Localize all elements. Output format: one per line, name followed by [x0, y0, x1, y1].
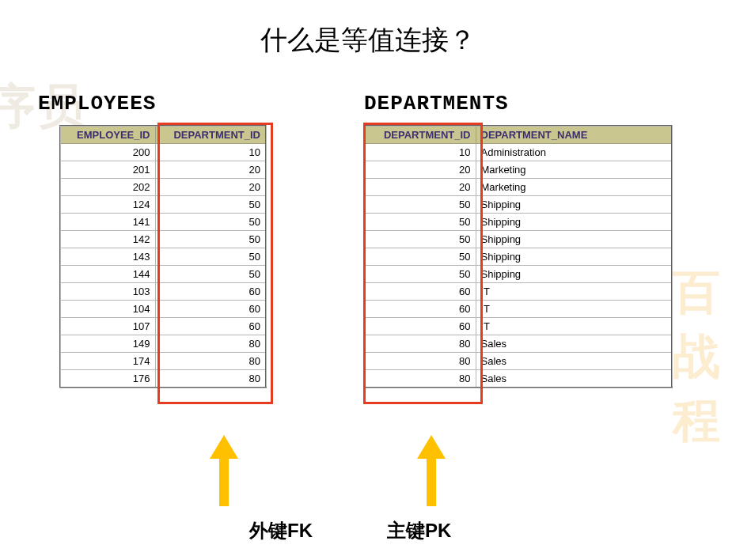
table-row: 20120: [60, 161, 266, 179]
table-row: 20010: [60, 144, 266, 161]
employees-table: EMPLOYEE_ID DEPARTMENT_ID 20010201202022…: [59, 125, 267, 388]
table-row: 14450: [60, 266, 266, 283]
emp-cell-id: 141: [60, 214, 155, 231]
emp-cell-id: 143: [60, 248, 155, 266]
dep-cell-id: 20: [365, 161, 476, 179]
table-row: 50Shipping: [365, 248, 672, 266]
table-row: 14150: [60, 214, 266, 231]
departments-table: DEPARTMENT_ID DEPARTMENT_NAME 10Administ…: [364, 125, 673, 388]
dep-cell-id: 60: [365, 283, 476, 301]
dep-cell-id: 50: [365, 214, 476, 231]
emp-cell-id: 142: [60, 231, 155, 248]
arrow-up-icon-pk: [417, 435, 446, 509]
dep-cell-id: 80: [365, 335, 476, 353]
dep-cell-id: 20: [365, 179, 476, 196]
emp-cell-deptid: 50: [155, 196, 266, 214]
dep-cell-name: Shipping: [476, 214, 672, 231]
dep-cell-id: 50: [365, 266, 476, 283]
dep-cell-name: Shipping: [476, 266, 672, 283]
emp-cell-id: 149: [60, 335, 155, 353]
dep-cell-id: 50: [365, 231, 476, 248]
emp-cell-deptid: 60: [155, 283, 266, 301]
emp-cell-deptid: 20: [155, 179, 266, 196]
table-row: 10760: [60, 318, 266, 335]
emp-cell-deptid: 80: [155, 335, 266, 353]
emp-cell-deptid: 60: [155, 318, 266, 335]
emp-header-id: EMPLOYEE_ID: [60, 126, 155, 144]
dep-cell-name: Shipping: [476, 196, 672, 214]
page-title: 什么是等值连接？: [0, 22, 736, 59]
table-row: 20Marketing: [365, 161, 672, 179]
dep-header-name: DEPARTMENT_NAME: [476, 126, 672, 144]
dep-cell-name: Sales: [476, 353, 672, 370]
primary-key-label: 主键PK: [387, 518, 451, 543]
emp-header-dept: DEPARTMENT_ID: [155, 126, 266, 144]
table-row: 14350: [60, 248, 266, 266]
emp-cell-deptid: 80: [155, 353, 266, 370]
dep-cell-name: Marketing: [476, 161, 672, 179]
svg-marker-0: [210, 435, 238, 506]
emp-cell-id: 103: [60, 283, 155, 301]
table-row: 12450: [60, 196, 266, 214]
emp-cell-deptid: 50: [155, 231, 266, 248]
emp-cell-id: 124: [60, 196, 155, 214]
table-row: 20Marketing: [365, 179, 672, 196]
foreign-key-label: 外键FK: [249, 518, 313, 543]
table-row: 14980: [60, 335, 266, 353]
dep-cell-name: IT: [476, 301, 672, 318]
emp-cell-deptid: 80: [155, 370, 266, 388]
table-row: 17480: [60, 353, 266, 370]
dep-cell-id: 60: [365, 301, 476, 318]
svg-marker-1: [417, 435, 446, 506]
dep-cell-name: Sales: [476, 370, 672, 388]
dep-cell-id: 60: [365, 318, 476, 335]
table-row: 10360: [60, 283, 266, 301]
departments-title: DEPARTMENTS: [364, 92, 509, 115]
dep-cell-id: 50: [365, 248, 476, 266]
emp-cell-deptid: 50: [155, 214, 266, 231]
dep-cell-name: Marketing: [476, 179, 672, 196]
employees-title: EMPLOYEES: [38, 92, 156, 115]
dep-cell-name: Administration: [476, 144, 672, 161]
emp-cell-id: 202: [60, 179, 155, 196]
emp-cell-id: 107: [60, 318, 155, 335]
emp-cell-deptid: 50: [155, 248, 266, 266]
emp-cell-id: 200: [60, 144, 155, 161]
emp-cell-id: 144: [60, 266, 155, 283]
table-row: 50Shipping: [365, 214, 672, 231]
table-row: 60IT: [365, 301, 672, 318]
table-row: 60IT: [365, 318, 672, 335]
dep-cell-id: 50: [365, 196, 476, 214]
dep-header-id: DEPARTMENT_ID: [365, 126, 476, 144]
emp-cell-id: 174: [60, 353, 155, 370]
emp-cell-deptid: 60: [155, 301, 266, 318]
emp-cell-deptid: 50: [155, 266, 266, 283]
table-row: 80Sales: [365, 370, 672, 388]
dep-cell-name: IT: [476, 318, 672, 335]
table-row: 20220: [60, 179, 266, 196]
table-row: 50Shipping: [365, 196, 672, 214]
table-row: 17680: [60, 370, 266, 388]
emp-cell-id: 104: [60, 301, 155, 318]
table-row: 10460: [60, 301, 266, 318]
table-row: 60IT: [365, 283, 672, 301]
dep-cell-id: 80: [365, 353, 476, 370]
table-row: 50Shipping: [365, 231, 672, 248]
dep-cell-name: Shipping: [476, 231, 672, 248]
dep-cell-name: Sales: [476, 335, 672, 353]
employees-table-wrap: EMPLOYEE_ID DEPARTMENT_ID 20010201202022…: [59, 125, 267, 388]
dep-cell-name: Shipping: [476, 248, 672, 266]
emp-cell-deptid: 20: [155, 161, 266, 179]
table-row: 80Sales: [365, 335, 672, 353]
table-row: 10Administration: [365, 144, 672, 161]
dep-cell-id: 80: [365, 370, 476, 388]
table-row: 14250: [60, 231, 266, 248]
emp-cell-id: 176: [60, 370, 155, 388]
dep-cell-name: IT: [476, 283, 672, 301]
emp-cell-deptid: 10: [155, 144, 266, 161]
dep-cell-id: 10: [365, 144, 476, 161]
arrow-up-icon-fk: [210, 435, 238, 509]
table-row: 50Shipping: [365, 266, 672, 283]
watermark-right: 百战程: [673, 261, 736, 453]
emp-cell-id: 201: [60, 161, 155, 179]
